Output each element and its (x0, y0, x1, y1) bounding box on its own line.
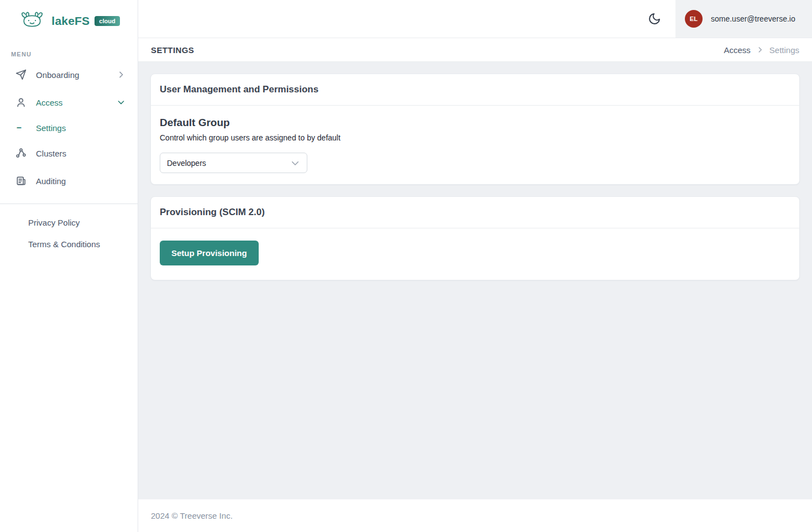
brand-logo[interactable]: lakeFS cloud (0, 0, 138, 40)
sidebar-item-settings[interactable]: – Settings (0, 116, 138, 139)
default-group-select[interactable]: Developers (160, 153, 307, 173)
avatar: EL (685, 10, 703, 28)
breadcrumb-settings: Settings (769, 45, 799, 55)
app-footer: 2024 © Treeverse Inc. (138, 499, 812, 532)
card-title: Provisioning (SCIM 2.0) (151, 197, 799, 228)
content-area: User Management and Permissions Default … (138, 62, 812, 499)
topbar: EL some.user@treeverse.io (138, 0, 812, 38)
page-title: SETTINGS (151, 45, 194, 55)
copyright-text: 2024 © Treeverse Inc. (151, 511, 233, 520)
menu-section-label: MENU (0, 40, 138, 61)
user-management-card: User Management and Permissions Default … (150, 74, 800, 185)
sidebar-item-label: Auditing (36, 176, 125, 186)
user-email: some.user@treeverse.io (711, 14, 795, 23)
chevron-right-icon (756, 46, 764, 54)
sidebar-item-access[interactable]: Access (0, 88, 138, 116)
user-menu[interactable]: EL some.user@treeverse.io (675, 0, 812, 38)
chevron-down-icon (117, 98, 125, 107)
sidebar-item-onboarding[interactable]: Onboarding (0, 61, 138, 88)
sidebar-item-clusters[interactable]: Clusters (0, 139, 138, 167)
chevron-down-icon (290, 158, 300, 168)
sidebar: lakeFS cloud MENU Onboarding Access – Se… (0, 0, 138, 532)
sidebar-item-auditing[interactable]: Auditing (0, 167, 138, 195)
sidebar-item-label: Access (36, 98, 117, 107)
setup-provisioning-button[interactable]: Setup Provisioning (160, 241, 259, 265)
moon-icon (648, 12, 661, 25)
nodes-icon (15, 148, 27, 159)
card-body: Default Group Control which group users … (151, 106, 799, 184)
person-icon (15, 97, 27, 108)
main-column: EL some.user@treeverse.io SETTINGS Acces… (138, 0, 812, 532)
sidebar-item-label: Onboarding (36, 70, 117, 80)
sidebar-item-label: Settings (36, 123, 125, 133)
sidebar-nav: Onboarding Access – Settings Clusters Au… (0, 61, 138, 195)
card-title: User Management and Permissions (151, 74, 799, 106)
default-group-heading: Default Group (160, 117, 790, 129)
dash-icon: – (15, 123, 27, 133)
cloud-badge: cloud (95, 16, 119, 26)
selected-group-value: Developers (167, 159, 206, 168)
breadcrumb-access[interactable]: Access (724, 45, 750, 55)
dark-mode-toggle[interactable] (643, 8, 666, 30)
provisioning-card: Provisioning (SCIM 2.0) Setup Provisioni… (150, 196, 800, 280)
axolotl-logo-icon (18, 11, 46, 31)
card-body: Setup Provisioning (151, 228, 799, 280)
default-group-description: Control which group users are assigned t… (160, 133, 790, 142)
send-icon (15, 69, 27, 80)
document-icon (15, 175, 27, 186)
page-header: SETTINGS Access Settings (138, 38, 812, 62)
chevron-right-icon (117, 70, 125, 79)
breadcrumb: Access Settings (724, 45, 799, 55)
sidebar-item-label: Clusters (36, 149, 125, 158)
sidebar-divider (0, 204, 138, 204)
brand-name: lakeFS (51, 14, 90, 28)
privacy-policy-link[interactable]: Privacy Policy (0, 212, 138, 233)
terms-conditions-link[interactable]: Terms & Conditions (0, 233, 138, 255)
